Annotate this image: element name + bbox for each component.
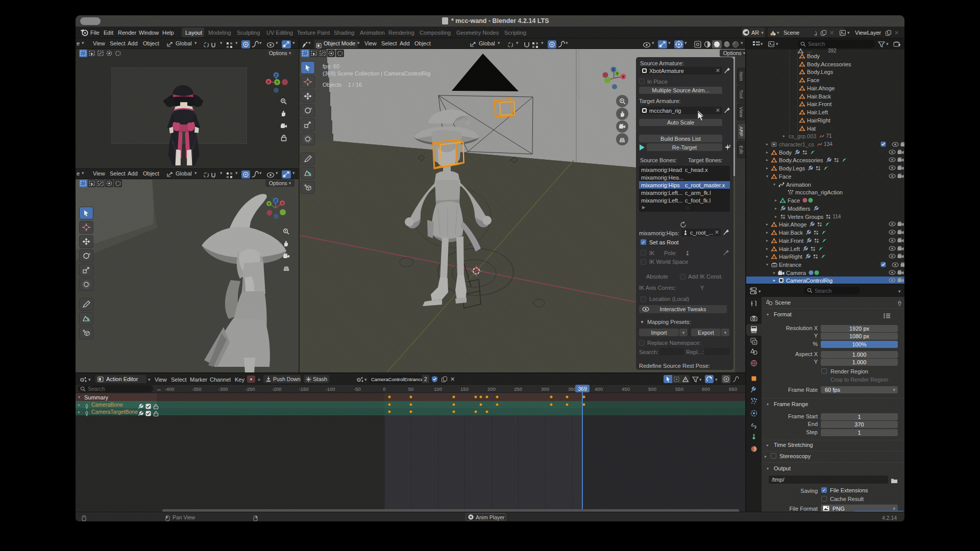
svg-text:Z: Z	[275, 198, 277, 203]
svg-text:X: X	[622, 75, 625, 79]
svg-text:Y: Y	[616, 72, 619, 76]
svg-text:Y: Y	[276, 80, 279, 85]
svg-text:Z: Z	[612, 67, 615, 72]
svg-text:X: X	[267, 80, 270, 84]
svg-text:Y: Y	[268, 202, 271, 206]
svg-text:X: X	[281, 202, 284, 205]
svg-text:Z: Z	[275, 73, 278, 78]
